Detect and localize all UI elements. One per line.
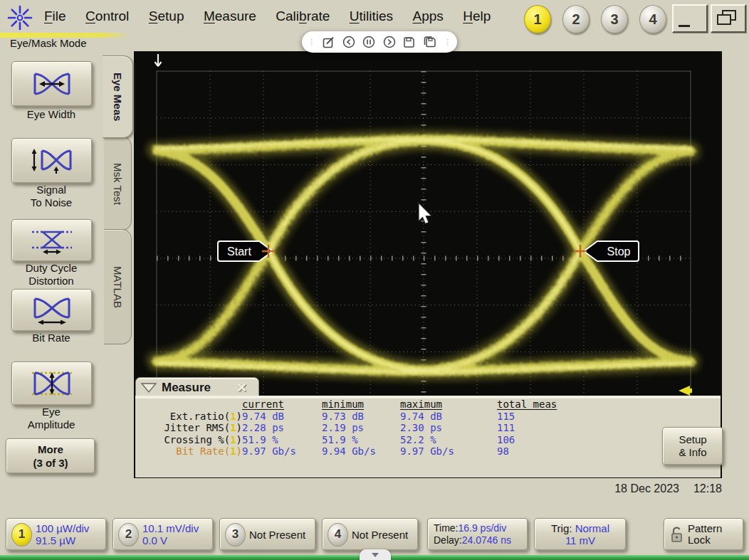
more-button[interactable]: More (3 of 3): [6, 438, 95, 474]
col-header: total meas: [497, 398, 582, 411]
cell: 9.74 dB: [400, 411, 497, 423]
channel-2-badge: 2: [118, 523, 139, 546]
cell: 2.28 ps: [242, 422, 322, 434]
cell: 9.74 dB: [242, 411, 322, 423]
mouse-cursor: [419, 203, 431, 224]
bit-rate-icon: [29, 296, 75, 324]
screen-key-2[interactable]: 2: [562, 5, 590, 33]
cell: 2.30 ps: [400, 422, 497, 434]
chevron-down-icon: [372, 553, 379, 557]
measure-panel-title: Measure: [162, 381, 211, 395]
overlay-toolbar: ⋮ ⋮: [302, 31, 457, 53]
pattern-lock-button[interactable]: PatternLock: [664, 518, 744, 551]
menu-measure[interactable]: Measure: [204, 9, 256, 24]
col-header: current: [242, 398, 322, 411]
menu-help[interactable]: Help: [463, 9, 491, 24]
cell: 51.9 %: [322, 434, 400, 446]
cell: 111: [497, 422, 582, 434]
channel-2-button[interactable]: 2 10.1 mV/div0.0 V: [112, 518, 214, 551]
menu-apps[interactable]: Apps: [413, 9, 444, 24]
menu-bar: File Control Setup Measure Calibrate Uti…: [0, 0, 749, 33]
signal-to-noise-button[interactable]: [11, 138, 93, 184]
channel-4-badge: 4: [328, 523, 348, 546]
cell: 115: [497, 411, 582, 423]
eye-amplitude-icon: [29, 369, 75, 398]
mode-label: Eye/Mask Mode: [0, 32, 130, 51]
trigger-button[interactable]: Trig: Normal 11 mV: [534, 518, 627, 551]
channel-3-button[interactable]: 3 Not Present: [219, 518, 316, 551]
menu-calibrate[interactable]: Calibrate: [276, 9, 330, 24]
timebase-button[interactable]: Time:16.9 ps/div Delay:24.0746 ns: [427, 518, 528, 551]
cell: 9.73 dB: [322, 411, 400, 423]
screen-key-1[interactable]: 1: [524, 5, 551, 33]
restore-button[interactable]: [711, 4, 746, 33]
lock-icon: [670, 525, 684, 544]
drag-handle-icon[interactable]: ⋮: [444, 38, 451, 46]
cell: 52.2 %: [400, 434, 497, 446]
svg-text:Stop: Stop: [607, 245, 631, 258]
channel-scale-arrow-icon: [155, 54, 162, 66]
row-label-selected: Bit Rate(1): [141, 445, 242, 458]
back-icon[interactable]: [342, 36, 355, 48]
tab-eye-meas[interactable]: Eye Meas: [103, 56, 133, 138]
menu-utilities[interactable]: Utilities: [350, 9, 393, 24]
svg-text:Start: Start: [227, 245, 251, 258]
instrument-window: File Control Setup Measure Calibrate Uti…: [0, 0, 749, 560]
screen-key-4[interactable]: 4: [639, 5, 666, 33]
sidebar: Msk Test MATLAB Eye Meas Eye Width Signa…: [0, 51, 134, 507]
save-icon[interactable]: [403, 36, 415, 48]
save-all-icon[interactable]: [423, 36, 436, 48]
menu-setup[interactable]: Setup: [149, 9, 184, 24]
pause-icon[interactable]: [362, 36, 375, 48]
datetime: 18 Dec 2023 12:18: [614, 482, 722, 495]
bit-rate-button[interactable]: [11, 289, 93, 332]
cell: 9.94 Gb/s: [322, 445, 400, 458]
menu-control[interactable]: Control: [85, 9, 129, 24]
setup-info-button[interactable]: Setup & Info: [662, 427, 723, 465]
measure-panel-body: current minimum maximum total meas Ext.r…: [135, 396, 721, 477]
col-header: minimum: [322, 398, 400, 411]
row-label: Ext.ratio(1): [141, 411, 242, 423]
cell: 2.19 ps: [322, 422, 400, 434]
bottom-pull-tab[interactable]: [360, 549, 391, 560]
channel-1-badge: 1: [11, 523, 32, 546]
time-label: 12:18: [693, 482, 722, 495]
eye-width-button[interactable]: [11, 61, 93, 107]
date-label: 18 Dec 2023: [614, 482, 679, 495]
channel-1-button[interactable]: 1 100 µW/div91.5 µW: [6, 518, 107, 551]
eye-amplitude-button[interactable]: [11, 361, 93, 406]
signal-to-noise-icon: [29, 147, 75, 175]
forward-icon[interactable]: [383, 36, 396, 48]
measure-table: current minimum maximum total meas Ext.r…: [141, 398, 639, 458]
tab-msk-test[interactable]: Msk Test: [104, 137, 132, 231]
row-label: Crossing %(1): [141, 434, 242, 446]
close-icon[interactable]: ✕: [236, 380, 247, 396]
cell: 51.9 %: [242, 434, 322, 446]
drag-handle-icon[interactable]: ⋮: [308, 38, 315, 46]
measure-panel: Measure ✕ current minimum maximum total …: [135, 377, 721, 476]
minimize-icon: [679, 25, 690, 27]
agilent-logo-icon: [6, 4, 34, 32]
tab-matlab[interactable]: MATLAB: [104, 229, 132, 344]
cell: 9.97 Gb/s: [400, 445, 497, 458]
duty-cycle-distortion-button[interactable]: [11, 219, 93, 262]
cell: 98: [497, 445, 582, 458]
cell: 9.97 Gb/s: [242, 445, 322, 458]
screen-key-3[interactable]: 3: [601, 5, 628, 33]
measure-panel-titlebar: Measure ✕: [135, 377, 259, 397]
row-label: Jitter RMS(1): [141, 422, 242, 434]
channel-4-button[interactable]: 4 Not Present: [322, 518, 419, 551]
duty-cycle-distortion-icon: [29, 226, 75, 255]
menu-file[interactable]: File: [44, 9, 66, 24]
channel-3-badge: 3: [225, 523, 246, 546]
cell: 106: [497, 434, 582, 446]
minimize-button[interactable]: [672, 4, 708, 33]
col-header: maximum: [400, 398, 497, 411]
collapse-icon[interactable]: [140, 382, 157, 393]
eye-width-icon: [29, 70, 75, 98]
edit-icon[interactable]: [323, 36, 335, 48]
